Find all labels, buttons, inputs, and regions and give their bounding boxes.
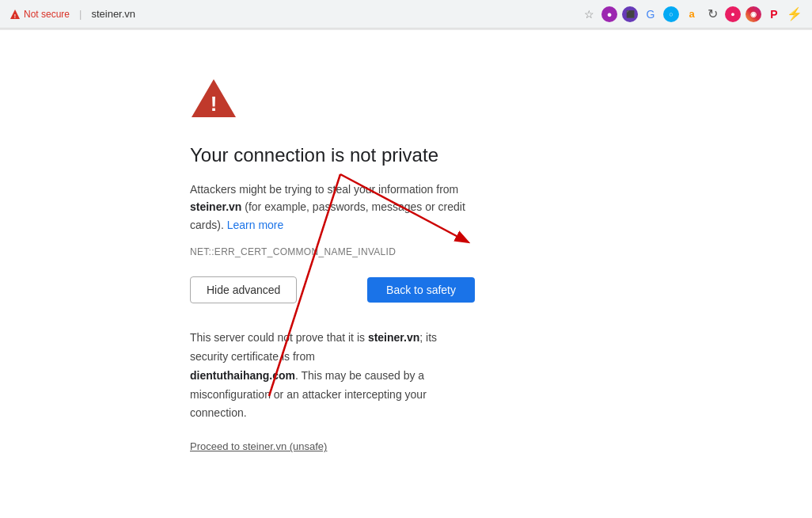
extension-icon-2[interactable]: ⬛ <box>622 6 638 22</box>
refresh-icon[interactable]: ↻ <box>704 6 720 22</box>
svg-text:!: ! <box>211 92 218 116</box>
proceed-link[interactable]: Proceed to steiner.vn (unsafe) <box>190 440 327 452</box>
advanced-text-before: This server could not prove that it is <box>190 331 368 344</box>
extension-icon-4[interactable]: ○ <box>663 6 679 22</box>
extension-icon-1[interactable]: ● <box>601 6 617 22</box>
extension-icon-pinterest[interactable]: P <box>766 6 782 22</box>
svg-text:!: ! <box>14 13 16 18</box>
extension-icon-instagram[interactable]: ◉ <box>746 6 761 22</box>
button-row: Hide advanced Back to safety <box>190 276 475 303</box>
warning-icon-large: ! <box>190 78 237 119</box>
url-separator: | <box>79 8 82 20</box>
not-secure-badge: ! Not secure <box>9 9 70 20</box>
browser-icons-group: ☆ ● ⬛ G ○ a ↻ ● ◉ P ⚡ <box>581 6 803 22</box>
browser-bar: ! Not secure | steiner.vn ☆ ● ⬛ G ○ a ↻ … <box>0 0 812 29</box>
advanced-site-name: steiner.vn <box>368 331 419 344</box>
extension-icon-5[interactable]: ● <box>725 6 741 22</box>
page-title: Your connection is not private <box>190 144 475 166</box>
hide-advanced-button[interactable]: Hide advanced <box>190 276 297 303</box>
extension-icon-extra[interactable]: ⚡ <box>787 6 803 22</box>
url-display: steiner.vn <box>91 8 135 20</box>
back-to-safety-button[interactable]: Back to safety <box>367 277 475 303</box>
error-code: NET::ERR_CERT_COMMON_NAME_INVALID <box>190 246 475 257</box>
warning-icon-small: ! <box>9 9 21 20</box>
advanced-description: This server could not prove that it is s… <box>190 329 475 423</box>
bookmark-icon[interactable]: ☆ <box>581 6 597 22</box>
extension-icon-amazon[interactable]: a <box>684 6 700 22</box>
site-name-bold: steiner.vn <box>190 200 241 213</box>
extension-icon-3[interactable]: G <box>643 6 658 22</box>
learn-more-link[interactable]: Learn more <box>227 219 284 231</box>
description-paragraph: Attackers might be trying to steal your … <box>190 181 475 234</box>
main-content: ! Your connection is not private Attacke… <box>0 30 475 453</box>
description-before: Attackers might be trying to steal your … <box>190 183 458 196</box>
not-secure-label: Not secure <box>24 9 70 20</box>
advanced-cert-source: dientuthaihang.com <box>190 369 295 382</box>
